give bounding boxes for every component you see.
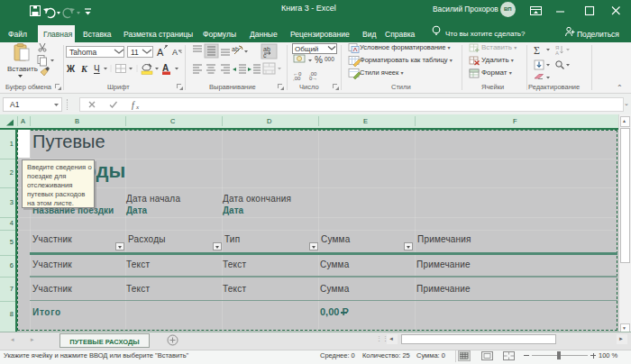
svg-text:c: c (263, 52, 267, 59)
svg-text:ab: ab (232, 46, 239, 52)
svg-text:А: А (162, 63, 169, 73)
svg-text:Ж: Ж (66, 64, 76, 74)
svg-text:x: x (135, 104, 140, 111)
svg-text:К: К (80, 64, 88, 74)
svg-text:0→: 0→ (309, 76, 317, 81)
svg-text:000: 000 (325, 56, 334, 62)
svg-text:ab: ab (263, 46, 270, 52)
svg-text:%: % (315, 55, 323, 65)
svg-text:Ч: Ч (94, 64, 100, 74)
svg-text:f: f (132, 100, 135, 110)
svg-text:А: А (172, 48, 178, 57)
svg-text:Σ: Σ (534, 44, 540, 57)
svg-text:А: А (157, 47, 164, 58)
svg-text:,00: ,00 (293, 76, 301, 81)
svg-text:А: А (555, 50, 559, 56)
